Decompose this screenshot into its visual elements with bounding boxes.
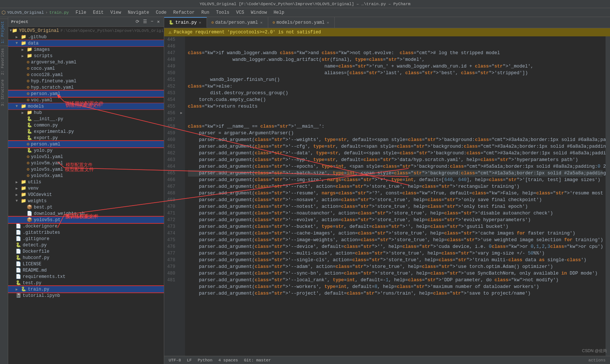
file-tree[interactable]: ▼ 📁 YOLOV5_Original F:\Code\OpenCv_Pytho… [8,27,164,364]
tree-item-tutorial[interactable]: 📓 tutorial.ipynb [8,292,164,299]
label-dockerfile: Dockerfile [23,249,49,254]
vertical-scrollbar[interactable] [606,36,610,356]
menu-navigate[interactable]: Navigate [125,9,152,16]
favorites-tab[interactable]: 2: Favorites [0,46,8,77]
tree-root[interactable]: ▼ 📁 YOLOV5_Original F:\Code\OpenCv_Pytho… [8,27,164,34]
project-tab[interactable]: 1: Project [0,19,8,46]
menu-run[interactable]: Run [198,9,212,16]
tree-item-yolov5s[interactable]: ⚙ yolov5s.yaml [8,166,164,173]
tree-item-gitignore[interactable]: 📄 .gitignore [8,236,164,242]
folder-icon-scripts: 📁 [27,53,32,59]
tree-item-dockerignore[interactable]: 📄 .dockerignore [8,223,164,229]
menu-window[interactable]: Window [248,9,270,16]
root-path: F:\Code\OpenCv_Python\Improve\YOLOV5_Ori… [61,29,164,33]
tab-models-close[interactable]: ✕ [326,20,330,25]
tree-item-data[interactable]: ▼ 📁 data [8,40,164,46]
py-icon-export: 🐍 [27,135,32,141]
tree-item-argoverse[interactable]: ⚙ argoverse_hd.yaml [8,59,164,65]
folder-icon-github: 📁 [21,34,26,40]
code-content[interactable]: class="kw">if wandb_logger.wandb class="… [185,36,606,356]
tree-item-testpy[interactable]: 🐍 test.py [8,280,164,286]
tree-item-detect[interactable]: 🐍 detect.py [8,242,164,248]
watermark: CSDN @佐尚 [582,348,607,354]
tree-item-yolov5l[interactable]: ⚙ yolov5l.yaml [8,154,164,160]
tree-item-hypfinetune[interactable]: ⚙ hyp.finetune.yaml [8,78,164,84]
tab-train-close[interactable]: ✕ [198,20,202,25]
tree-item-init[interactable]: 🐍 __init__.py [8,116,164,122]
tree-item-trainpy[interactable]: ▶ 🐍 train.py [8,286,164,292]
tree-item-scripts[interactable]: ▶ 📁 scripts [8,53,164,59]
close-icon[interactable]: ✕ [156,19,161,25]
tree-item-yolov5spt[interactable]: 📦 yolov5s.pt [8,217,164,223]
code-line-455 [188,117,603,123]
tab-data-close[interactable]: ✕ [259,20,263,25]
sync-icon[interactable]: ⟳ [134,19,140,25]
tree-arrow-data: ▼ [16,41,21,45]
code-line-481: parser.add_argument(class="str">'--proje… [188,290,603,297]
code-line-456: class="kw">if __name__ == class="str">'_… [188,123,603,130]
tree-item-github[interactable]: ▶ 📁 .github [8,34,164,40]
tree-item-coco128[interactable]: ⚙ coco128.yaml [8,72,164,78]
code-line-447: name=class="str">'run_' + wandb_logger.w… [188,63,603,70]
menu-edit[interactable]: Edit [90,9,107,16]
status-git: Git: master [244,358,271,363]
label-models-person: person.yaml [31,142,60,147]
tree-arrow-trainpy: ▶ [16,287,21,292]
tab-data-label: data/person.yaml [215,20,258,25]
tree-item-models-person[interactable]: ⚙ person.yaml [8,141,164,147]
tree-item-gitattributes[interactable]: 📄 .gitattributes [8,229,164,236]
tree-item-data-person[interactable]: ⚙ person.yaml [8,91,164,97]
tree-item-weights[interactable]: ▼ 📁 weights [8,198,164,204]
settings-icon[interactable]: ☰ [142,19,148,25]
code-line-480: parser.add_argument(class="str">'--worke… [188,283,603,290]
tree-item-hub[interactable]: ▶ 📁 hub [8,109,164,116]
label-models: models [28,104,44,109]
warning-bar: ⚠ Package requirement 'pycocotools>=2.0'… [164,28,610,36]
tree-item-coco[interactable]: ⚙ coco.yaml [8,65,164,72]
tree-item-readme[interactable]: 📄 README.md [8,267,164,273]
folder-icon-weights: 📁 [21,198,26,204]
code-line-445: class="kw">if wandb_logger.wandb class="… [188,50,603,56]
tab-train-py[interactable]: 🐍 train.py ✕ [164,17,207,28]
tree-item-hypscratch[interactable]: ⚙ hyp.scratch.yaml [8,84,164,91]
label-readme: README.md [23,268,47,273]
menu-code[interactable]: Code [153,9,170,16]
tree-item-export[interactable]: 🐍 export.py [8,135,164,141]
tree-item-downloadweights[interactable]: 📄 download_weights.sh [8,210,164,217]
tree-item-license[interactable]: 📄 LICENSE [8,261,164,267]
tree-item-common[interactable]: 🐍 common.py [8,122,164,128]
tree-item-voc[interactable]: ⚙ voc.yaml [8,97,164,103]
structure-tab[interactable]: 3: Structure [0,77,8,108]
tree-item-yolov5m[interactable]: ⚙ yolov5m.yaml [8,160,164,166]
tree-item-models[interactable]: ▼ 📁 models [8,103,164,109]
label-yolov5s: yolov5s.yaml [31,167,63,172]
menu-file[interactable]: File [72,9,89,16]
tree-item-yolopy[interactable]: 🐍 yolo.py [8,147,164,154]
panel-icons: ⟳ ☰ − ✕ [134,19,161,25]
tree-item-bestpt[interactable]: 📦 best.pt [8,204,164,210]
tree-item-yolov5x[interactable]: ⚙ yolov5x.yaml [8,173,164,179]
status-encoding: UTF-8 [169,358,181,363]
tree-item-hubconf[interactable]: 🐍 hubconf.py [8,255,164,261]
tree-item-vocdevkit[interactable]: ▶ 📁 VOCdevkit [8,191,164,198]
tab-models-person[interactable]: ⚙ models/person.yaml ✕ [268,17,335,28]
menu-vcs[interactable]: VCS [233,9,247,16]
tree-item-experimental[interactable]: 🐍 experimental.py [8,128,164,135]
py-icon-experimental: 🐍 [27,129,32,134]
yaml-icon-hypfinetune: ⚙ [27,78,29,84]
file-breadcrumb: train.py [49,10,69,15]
menu-view[interactable]: View [107,9,124,16]
menu-refactor[interactable]: Refactor [170,9,198,16]
tree-item-dockerfile[interactable]: 📄 Dockerfile [8,248,164,255]
tab-data-person[interactable]: ⚙ data/person.yaml ✕ [207,17,268,28]
menu-help[interactable]: Help [270,9,287,16]
menu-tools[interactable]: Tools [213,9,233,16]
minus-icon[interactable]: − [150,19,155,25]
tree-item-utils[interactable]: ▶ 📁 utils [8,179,164,185]
tree-item-requirements[interactable]: 📄 requirements.txt [8,273,164,280]
menu-bar: ⬡ YOLOV5_Original › train.py File Edit V… [0,8,610,17]
tree-item-images[interactable]: ▶ 📁 images [8,46,164,53]
yaml-icon-yolov5m: ⚙ [27,160,29,166]
yaml-icon-hypscratch: ⚙ [27,85,29,90]
tree-item-venv[interactable]: ▶ 📁 venv [8,185,164,191]
